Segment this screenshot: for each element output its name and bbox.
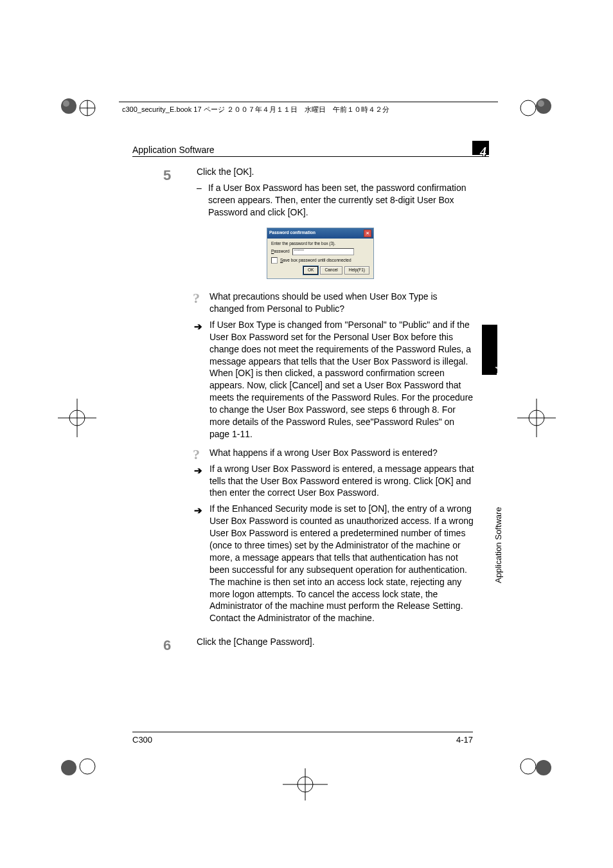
answer-text: If User Box Type is changed from "Person…	[209, 320, 473, 439]
svg-point-5	[61, 98, 76, 114]
step-text: Click the [OK].	[197, 166, 474, 178]
svg-point-24	[520, 759, 536, 774]
answer-text: If the Enhanced Security mode is set to …	[209, 503, 474, 623]
footer-page: 4-17	[456, 735, 473, 745]
dialog-title: Password confirmation	[269, 230, 315, 236]
crop-mark	[276, 765, 334, 804]
answer-2: ➔ If a wrong User Box Password is entere…	[197, 463, 474, 500]
section-number-box: 4	[472, 141, 489, 155]
reg-ball	[60, 759, 78, 777]
section-header: Application Software 4	[132, 141, 489, 157]
dialog-prompt: Enter the password for the box (3).	[271, 241, 369, 247]
page-footer: C300 4-17	[132, 732, 473, 745]
step-number: 6	[163, 636, 171, 655]
svg-point-14	[538, 100, 544, 107]
arrow-icon: ➔	[194, 464, 202, 477]
reg-ball	[535, 759, 553, 777]
question-text: What happens if a wrong User Box Passwor…	[209, 448, 438, 458]
svg-point-13	[536, 98, 551, 114]
section-number: 4	[480, 145, 486, 159]
side-tab-section: Application Software	[482, 379, 497, 490]
reg-ball	[60, 97, 78, 115]
header-path: c300_security_E.book 17 ページ ２００７年４月１１日 水…	[122, 105, 389, 114]
step-5: 5 Click the [OK]. If a User Box Password…	[167, 166, 474, 219]
answer-1: ➔ If User Box Type is changed from "Pers…	[197, 319, 474, 440]
question-2: ? What happens if a wrong User Box Passw…	[197, 447, 474, 459]
header-rule	[119, 102, 498, 102]
section-label: Application Software	[493, 507, 503, 583]
section-title: Application Software	[132, 145, 215, 155]
close-icon[interactable]: ×	[364, 230, 371, 237]
step-subtext: If a User Box Password has been set, the…	[197, 182, 474, 219]
step-number: 5	[163, 166, 171, 185]
password-input[interactable]: ********	[292, 248, 354, 255]
step-text: Click the [Change Password].	[197, 636, 474, 648]
crop-mark	[501, 77, 578, 154]
svg-point-6	[63, 100, 69, 107]
svg-point-12	[520, 100, 536, 116]
answer-text: If a wrong User Box Password is entered,…	[209, 464, 474, 498]
save-password-label: Save box password until disconnectedSave…	[280, 258, 351, 264]
question-1: ? What precautions should be used when U…	[197, 291, 474, 315]
question-icon: ?	[193, 289, 200, 308]
password-label: PPasswordassword	[271, 249, 290, 255]
svg-point-20	[80, 759, 95, 774]
password-dialog: Password confirmation × Enter the passwo…	[267, 228, 374, 280]
reg-ball	[535, 97, 553, 115]
question-text: What precautions should be used when Use…	[209, 291, 438, 314]
crop-mark	[37, 77, 114, 154]
ok-button[interactable]: OK	[303, 266, 318, 275]
svg-point-21	[61, 760, 76, 775]
help-button[interactable]: Help(F1)	[344, 266, 369, 275]
svg-point-25	[536, 760, 551, 775]
arrow-icon: ➔	[194, 504, 202, 517]
save-password-checkbox[interactable]	[271, 257, 278, 264]
arrow-icon: ➔	[194, 320, 202, 333]
crop-mark	[498, 379, 575, 457]
crop-mark	[39, 379, 116, 457]
answer-3: ➔ If the Enhanced Security mode is set t…	[197, 503, 474, 624]
cancel-button[interactable]: Cancel	[320, 266, 342, 275]
footer-model: C300	[132, 735, 152, 745]
dialog-titlebar: Password confirmation ×	[267, 228, 373, 239]
step-6: 6 Click the [Change Password].	[167, 636, 474, 648]
question-icon: ?	[193, 445, 200, 464]
content-area: 5 Click the [OK]. If a User Box Password…	[167, 166, 474, 657]
side-tab-chapter: Chapter 4	[482, 325, 497, 375]
